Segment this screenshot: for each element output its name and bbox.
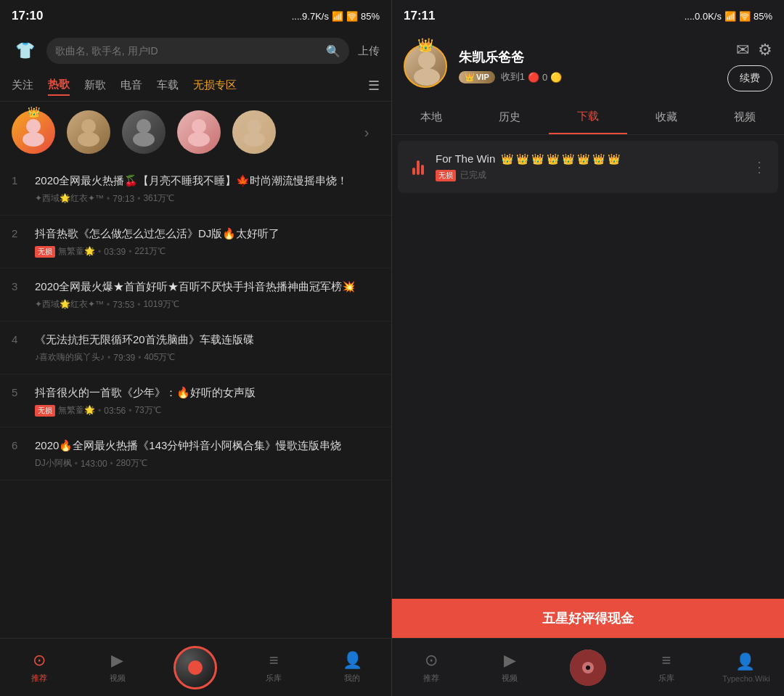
- more-options-button[interactable]: ⋮: [752, 158, 767, 176]
- download-sub: 无损 已完成: [436, 169, 743, 181]
- avatar-item-3[interactable]: [122, 110, 166, 154]
- renew-button[interactable]: 续费: [727, 65, 772, 91]
- right-typecho-label: Typecho.Wiki: [722, 674, 769, 683]
- right-recommend-icon: ⊙: [425, 651, 438, 670]
- nav-tabs: 关注 热歌 新歌 电音 车载 无损专区 ☰: [0, 70, 391, 102]
- avatar-svg-3: [122, 110, 166, 154]
- svg-point-14: [586, 666, 590, 670]
- tab-local[interactable]: 本地: [392, 100, 470, 134]
- download-title: For The Win 👑 👑 👑 👑 👑 👑 👑 👑: [436, 152, 743, 165]
- artist-3: ✦西域🌟红衣✦™: [35, 298, 104, 311]
- user-name: 朱凯乐爸爸: [459, 49, 716, 66]
- recommend-icon: ⊙: [33, 651, 46, 670]
- status-bar-right: 17:11 ....0.0K/s 📶 🛜 85%: [392, 0, 784, 32]
- plays-6: 280万℃: [116, 457, 147, 470]
- song-meta-2: 无损 無繁蕫🌟 • 03:39 • 221万℃: [35, 245, 380, 258]
- right-bottom-typecho[interactable]: 👤 Typecho.Wiki: [706, 652, 784, 683]
- avatar-svg-4: [177, 110, 221, 154]
- settings-button[interactable]: ⚙: [758, 41, 772, 60]
- avatar-svg-5: [232, 110, 276, 154]
- coins-info: 收到1 🔴 0 🟡: [501, 70, 562, 83]
- avatar-item-2[interactable]: [67, 110, 110, 154]
- five-star-banner[interactable]: 五星好评得现金: [392, 599, 784, 638]
- svg-point-11: [414, 68, 440, 86]
- song-meta-5: 无损 無繁蕫🌟 • 03:56 • 73万℃: [35, 404, 380, 417]
- song-item-5[interactable]: 5 抖音很火的一首歌《少年》：🔥好听的女声版 无损 無繁蕫🌟 • 03:56 •…: [0, 374, 391, 427]
- svg-point-7: [188, 132, 210, 147]
- song-item-1[interactable]: 1 2020全网最火热播🍒【月亮不睡我不睡】🍁时尚潮流慢摇串烧！ ✦西域🌟红衣✦…: [0, 163, 391, 216]
- bottom-nav-vinyl[interactable]: [157, 646, 235, 689]
- coin-red-icon: 🔴: [528, 72, 539, 83]
- right-bottom-recommend[interactable]: ⊙ 推荐: [392, 651, 470, 684]
- signal-icon-right: 📶: [724, 11, 736, 22]
- tab-lossless[interactable]: 无损专区: [193, 75, 237, 95]
- menu-icon[interactable]: ☰: [368, 78, 380, 94]
- right-library-icon: ≡: [662, 651, 671, 670]
- download-info: For The Win 👑 👑 👑 👑 👑 👑 👑 👑 无损 已完成: [436, 152, 743, 181]
- tab-hot[interactable]: 热歌: [48, 75, 70, 96]
- mine-label: 我的: [344, 673, 360, 684]
- tab-download[interactable]: 下载: [549, 100, 627, 134]
- download-item-1[interactable]: For The Win 👑 👑 👑 👑 👑 👑 👑 👑 无损 已完成 ⋮: [398, 141, 778, 193]
- song-num-5: 5: [12, 385, 26, 398]
- song-item-6[interactable]: 6 2020🔥全网最火热播《143分钟抖音小阿枫合集》慢歌连版串烧 DJ小阿枫 …: [0, 427, 391, 480]
- avatars-row: 👑: [0, 102, 391, 163]
- upload-button[interactable]: 上传: [358, 44, 380, 58]
- avatar-circle-4: [177, 110, 221, 154]
- duration-5: 03:56: [104, 406, 126, 416]
- search-input[interactable]: [55, 45, 320, 57]
- song-item-2[interactable]: 2 抖音热歌《怎么做怎么过怎么活》DJ版🔥太好听了 无损 無繁蕫🌟 • 03:3…: [0, 216, 391, 269]
- download-song-name: For The Win: [436, 152, 495, 165]
- avatar-item-1[interactable]: 👑: [12, 110, 55, 154]
- avatar-item-4[interactable]: [177, 110, 221, 154]
- song-info-1: 2020全网最火热播🍒【月亮不睡我不睡】🍁时尚潮流慢摇串烧！ ✦西域🌟红衣✦™ …: [35, 173, 380, 205]
- bar-3: [421, 165, 424, 175]
- artist-5: 無繁蕫🌟: [58, 404, 95, 417]
- bottom-nav-mine[interactable]: 👤 我的: [313, 651, 391, 684]
- song-item-4[interactable]: 4 《无法抗拒无限循环20首洗脑曲》车载连版碟 ♪喜欢嗨的疯丫头♪ • 79:3…: [0, 322, 391, 374]
- user-header: 👑 朱凯乐爸爸 👑 VIP 收到1 🔴 0 🟡: [392, 32, 784, 100]
- song-meta-6: DJ小阿枫 • 143:00 • 280万℃: [35, 457, 380, 470]
- bottom-nav-recommend[interactable]: ⊙ 推荐: [0, 651, 78, 684]
- tab-car[interactable]: 车载: [157, 75, 179, 95]
- equalizer-icon: [409, 156, 427, 178]
- song-num-4: 4: [12, 332, 26, 345]
- vinyl-button[interactable]: [173, 646, 217, 689]
- coins-text: 收到1: [501, 70, 525, 83]
- crown-icon-user: 👑: [417, 37, 433, 53]
- battery-right: 85%: [754, 11, 772, 22]
- song-info-3: 2020全网最火爆★首首好听★百听不厌快手抖音热播神曲冠军榜💥 ✦西域🌟红衣✦™…: [35, 279, 380, 311]
- svg-point-2: [81, 119, 96, 134]
- song-info-6: 2020🔥全网最火热播《143分钟抖音小阿枫合集》慢歌连版串烧 DJ小阿枫 • …: [35, 438, 380, 470]
- right-bottom-thumb[interactable]: [549, 650, 627, 686]
- search-input-wrap[interactable]: 🔍: [46, 38, 349, 64]
- thumb-svg: [570, 650, 606, 686]
- right-tabs: 本地 历史 下载 收藏 视频: [392, 100, 784, 135]
- tab-new[interactable]: 新歌: [84, 75, 106, 95]
- video-label: 视频: [110, 673, 126, 684]
- now-playing-thumbnail[interactable]: [570, 650, 606, 686]
- song-info-5: 抖音很火的一首歌《少年》：🔥好听的女声版 无损 無繁蕫🌟 • 03:56 • 7…: [35, 385, 380, 417]
- bottom-nav-library[interactable]: ≡ 乐库: [234, 651, 313, 684]
- right-bottom-video[interactable]: ▶ 视频: [470, 651, 549, 684]
- avatar-item-5[interactable]: [232, 110, 276, 154]
- mail-button[interactable]: ✉: [736, 41, 749, 60]
- tab-history[interactable]: 历史: [470, 100, 549, 134]
- tab-video[interactable]: 视频: [706, 100, 784, 134]
- svg-point-0: [26, 119, 41, 134]
- bottom-nav-video[interactable]: ▶ 视频: [78, 651, 157, 684]
- tab-favorites[interactable]: 收藏: [627, 100, 706, 134]
- more-avatars-button[interactable]: ›: [354, 110, 380, 154]
- song-title-6: 2020🔥全网最火热播《143分钟抖音小阿枫合集》慢歌连版串烧: [35, 438, 380, 453]
- song-title-1: 2020全网最火热播🍒【月亮不睡我不睡】🍁时尚潮流慢摇串烧！: [35, 173, 380, 188]
- avatar-svg-2: [67, 110, 110, 154]
- tab-electronic[interactable]: 电音: [121, 75, 142, 95]
- right-bottom-library[interactable]: ≡ 乐库: [627, 651, 706, 684]
- shirt-icon[interactable]: 👕: [12, 38, 38, 64]
- crown-vip: 👑: [465, 73, 475, 82]
- tab-follow[interactable]: 关注: [12, 75, 33, 95]
- song-item-3[interactable]: 3 2020全网最火爆★首首好听★百听不厌快手抖音热播神曲冠军榜💥 ✦西域🌟红衣…: [0, 269, 391, 322]
- svg-point-5: [133, 132, 155, 147]
- download-status: 已完成: [460, 169, 486, 181]
- svg-point-9: [243, 132, 265, 147]
